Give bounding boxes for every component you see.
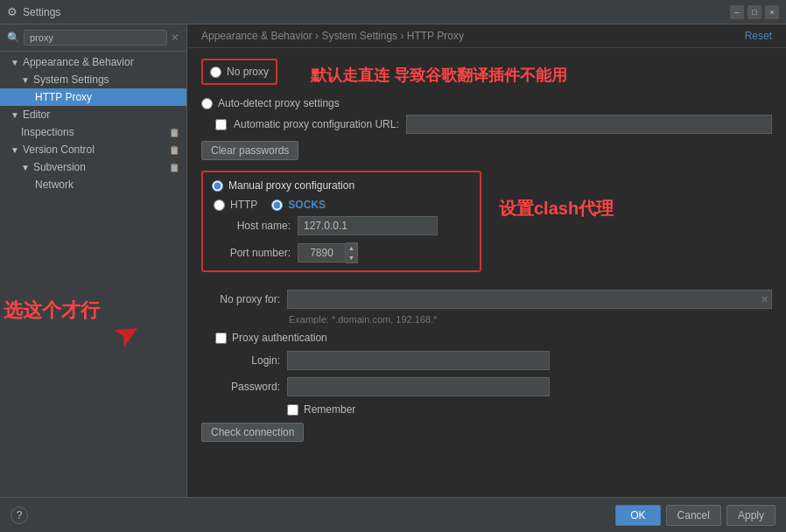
http-option: HTTP: [214, 199, 257, 211]
port-number-label: Port number:: [212, 247, 291, 259]
password-row: Password:: [201, 377, 772, 396]
minimize-button[interactable]: –: [730, 5, 744, 19]
ok-button[interactable]: OK: [615, 505, 660, 526]
spinner-up[interactable]: ▲: [346, 243, 357, 253]
sidebar: 🔍 ✕ ▼Appearance & Behavior ▼System Setti…: [0, 24, 187, 497]
no-proxy-box: No proxy: [201, 59, 277, 85]
no-proxy-radio[interactable]: [210, 66, 221, 78]
check-connection-row: Check connection: [201, 423, 772, 442]
no-proxy-label: No proxy: [227, 66, 269, 78]
content-area: Appearance & Behavior › System Settings …: [187, 24, 786, 497]
remember-label: Remember: [304, 403, 355, 416]
search-box: 🔍 ✕: [0, 24, 186, 52]
remember-row: Remember: [287, 403, 772, 416]
title-bar: ⚙ Settings – □ ×: [0, 0, 786, 24]
socks-option: SOCKS: [271, 199, 326, 211]
proxy-auth-label: Proxy authentication: [232, 332, 327, 344]
host-name-row: Host name:: [212, 216, 471, 235]
settings-icon: ⚙: [7, 5, 18, 18]
annotation-top: 默认走直连 导致谷歌翻译插件不能用: [311, 65, 567, 86]
sidebar-item-inspections[interactable]: Inspections 📋: [0, 123, 186, 141]
auto-detect-label: Auto-detect proxy settings: [218, 97, 340, 109]
spinner-down[interactable]: ▼: [346, 253, 357, 262]
automatic-url-row: Automatic proxy configuration URL:: [201, 115, 772, 134]
automatic-url-label: Automatic proxy configuration URL:: [234, 118, 399, 130]
sidebar-item-appearance[interactable]: ▼Appearance & Behavior: [0, 53, 186, 71]
search-clear-button[interactable]: ✕: [171, 32, 179, 44]
breadcrumb: Appearance & Behavior › System Settings …: [187, 24, 786, 48]
maximize-button[interactable]: □: [747, 5, 761, 19]
socks-label: SOCKS: [288, 199, 326, 211]
manual-proxy-radio-row: Manual proxy configuration: [212, 179, 471, 192]
port-input[interactable]: [298, 243, 346, 262]
sidebar-item-editor[interactable]: ▼Editor: [0, 106, 186, 123]
version-control-icons: 📋: [169, 145, 179, 155]
tree-section: ▼Appearance & Behavior ▼System Settings …: [0, 52, 186, 195]
search-icon: 🔍: [7, 32, 20, 44]
manual-proxy-label: Manual proxy configuration: [228, 179, 354, 192]
title-bar-text: Settings: [23, 6, 60, 18]
sidebar-item-version-control[interactable]: ▼Version Control 📋: [0, 141, 186, 158]
sidebar-item-network[interactable]: Network: [0, 176, 186, 193]
search-input[interactable]: [24, 30, 167, 46]
http-label: HTTP: [230, 199, 257, 211]
inspections-icons: 📋: [169, 128, 179, 137]
no-proxy-for-row: No proxy for: ✕: [201, 290, 772, 309]
login-row: Login:: [201, 351, 772, 370]
no-proxy-clear-button[interactable]: ✕: [761, 294, 768, 305]
help-button[interactable]: ?: [11, 507, 28, 524]
http-radio[interactable]: [214, 200, 225, 211]
sidebar-item-system-settings[interactable]: ▼System Settings: [0, 71, 186, 88]
automatic-url-checkbox[interactable]: [215, 119, 227, 130]
proxy-auth-row: Proxy authentication: [201, 332, 772, 344]
manual-proxy-box: Manual proxy configuration HTTP: [201, 171, 481, 272]
bottom-right: OK Cancel Apply: [615, 505, 775, 526]
reset-link[interactable]: Reset: [745, 30, 772, 42]
manual-proxy-radio[interactable]: [212, 180, 223, 192]
bottom-left: ?: [11, 507, 28, 524]
check-connection-button[interactable]: Check connection: [201, 423, 304, 442]
form-content: No proxy 默认走直连 导致谷歌翻译插件不能用 Auto-detect p…: [187, 48, 786, 497]
no-proxy-for-wrap: ✕: [287, 290, 772, 309]
login-label: Login:: [201, 354, 280, 367]
bottom-bar: ? OK Cancel Apply: [0, 497, 786, 532]
apply-button[interactable]: Apply: [726, 505, 775, 526]
host-name-input[interactable]: [298, 216, 438, 235]
port-spinner: ▲ ▼: [298, 242, 358, 263]
port-number-row: Port number: ▲ ▼: [212, 242, 471, 263]
subversion-icons: 📋: [169, 163, 179, 172]
clear-passwords-button[interactable]: Clear passwords: [201, 141, 298, 160]
close-button[interactable]: ×: [765, 5, 779, 19]
proxy-protocol-row: HTTP SOCKS: [214, 199, 471, 211]
socks-radio[interactable]: [271, 200, 283, 211]
host-name-label: Host name:: [212, 220, 291, 232]
password-input[interactable]: [287, 377, 550, 396]
auto-detect-row: Auto-detect proxy settings: [201, 97, 772, 109]
remember-checkbox[interactable]: [287, 404, 298, 416]
automatic-url-input[interactable]: [406, 115, 772, 134]
no-proxy-for-label: No proxy for:: [201, 293, 280, 305]
spinner-controls: ▲ ▼: [346, 242, 358, 263]
example-text: Example: *.domain.com, 192.168.*: [289, 314, 772, 325]
cancel-button[interactable]: Cancel: [666, 505, 721, 526]
sidebar-item-subversion[interactable]: ▼Subversion 📋: [0, 158, 186, 176]
clear-passwords-row: Clear passwords: [201, 141, 772, 160]
annotation-right: 设置clash代理: [499, 197, 614, 220]
proxy-auth-checkbox[interactable]: [215, 332, 227, 344]
window-controls[interactable]: – □ ×: [730, 5, 779, 19]
no-proxy-for-input[interactable]: [287, 290, 772, 309]
login-input[interactable]: [287, 351, 550, 370]
sidebar-item-http-proxy[interactable]: HTTP Proxy: [0, 88, 186, 106]
auto-detect-radio[interactable]: [201, 98, 213, 109]
password-label: Password:: [201, 381, 280, 393]
